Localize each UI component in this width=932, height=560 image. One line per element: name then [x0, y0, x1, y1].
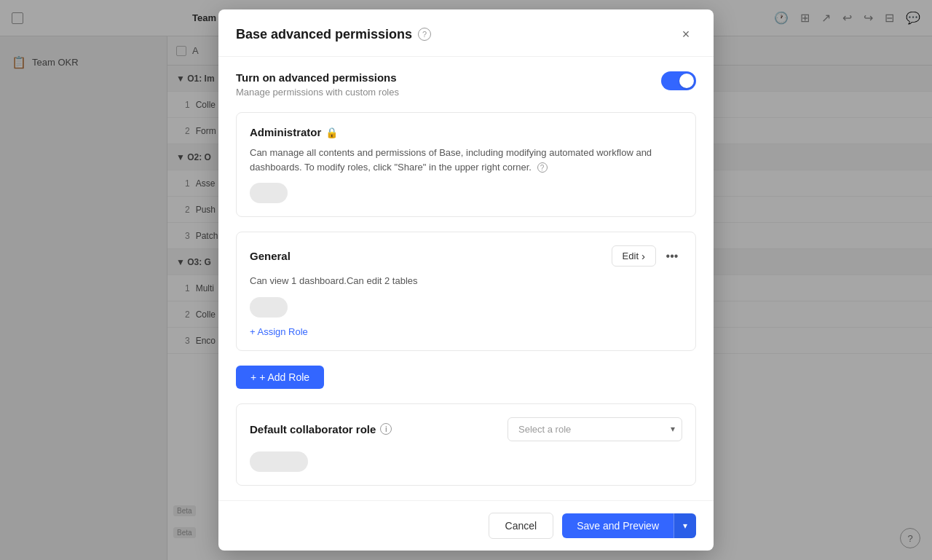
advanced-permissions-toggle[interactable]	[661, 71, 696, 90]
modal-title: Base advanced permissions	[236, 27, 412, 42]
default-collab-avatar	[250, 451, 308, 472]
general-role-actions: Edit › •••	[612, 245, 682, 267]
administrator-card-header: Administrator 🔒	[250, 126, 682, 138]
general-avatar	[250, 297, 288, 318]
cancel-button[interactable]: Cancel	[489, 513, 554, 539]
toggle-text: Turn on advanced permissions Manage perm…	[236, 71, 399, 98]
general-card: General Edit › ••• Can view 1 dashboard.…	[236, 232, 696, 351]
default-collaborator-card: Default collaborator role i Select a rol…	[236, 403, 696, 486]
add-role-button[interactable]: + + Add Role	[236, 366, 324, 389]
modal-body: Turn on advanced permissions Manage perm…	[218, 57, 714, 500]
save-chevron-icon: ▾	[683, 521, 687, 531]
administrator-role-desc: Can manage all contents and permissions …	[250, 146, 682, 174]
toggle-heading: Turn on advanced permissions	[236, 71, 399, 84]
toggle-section: Turn on advanced permissions Manage perm…	[236, 71, 696, 98]
administrator-card: Administrator 🔒 Can manage all contents …	[236, 112, 696, 217]
lock-icon: 🔒	[325, 127, 338, 138]
default-collab-body	[250, 451, 682, 472]
admin-desc-help-icon: ?	[537, 162, 548, 173]
general-more-button[interactable]: •••	[662, 246, 682, 267]
administrator-avatar	[250, 183, 288, 203]
more-dots-icon: •••	[666, 250, 679, 263]
toggle-subtext: Manage permissions with custom roles	[236, 87, 399, 98]
general-role-name: General	[250, 250, 291, 262]
assign-role-link[interactable]: + Assign Role	[250, 326, 682, 337]
save-and-preview-button[interactable]: Save and Preview	[562, 513, 674, 538]
default-collab-header: Default collaborator role i Select a rol…	[250, 417, 682, 441]
general-card-header: General Edit › •••	[250, 245, 682, 267]
general-role-desc: Can view 1 dashboard.Can edit 2 tables	[250, 274, 682, 288]
modal-close-button[interactable]: ×	[676, 24, 696, 44]
permissions-modal: Base advanced permissions ? × Turn on ad…	[218, 9, 714, 551]
save-preview-chevron-button[interactable]: ▾	[674, 513, 696, 538]
modal-header: Base advanced permissions ? ×	[218, 9, 714, 57]
default-collab-title: Default collaborator role i	[250, 423, 392, 435]
role-select[interactable]: Select a role	[508, 417, 682, 441]
modal-title-row: Base advanced permissions ?	[236, 27, 431, 42]
modal-backdrop: Base advanced permissions ? × Turn on ad…	[0, 0, 932, 560]
default-collab-help-icon: i	[380, 423, 392, 435]
save-preview-group: Save and Preview ▾	[562, 513, 696, 538]
role-select-wrapper: Select a role ▾	[508, 417, 682, 441]
add-role-plus-icon: +	[250, 371, 256, 383]
modal-title-help-icon[interactable]: ?	[418, 28, 431, 41]
modal-footer: Cancel Save and Preview ▾	[218, 500, 714, 551]
general-edit-button[interactable]: Edit ›	[612, 245, 656, 267]
administrator-role-name: Administrator 🔒	[250, 126, 338, 138]
